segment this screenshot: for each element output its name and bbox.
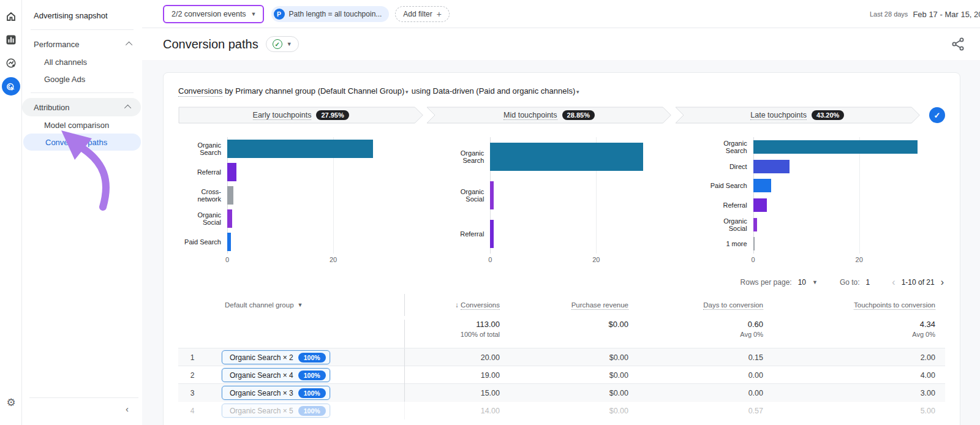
chart-bar[interactable] — [227, 140, 373, 158]
table-body: 1Organic Search × 2100%20.00$0.000.152.0… — [178, 348, 945, 419]
add-filter-button[interactable]: Add filter + — [395, 6, 450, 22]
sidebar-section-performance[interactable]: Performance — [22, 35, 142, 53]
dimension-column-header[interactable]: Default channel group ▼ — [206, 294, 405, 316]
row-number: 4 — [178, 407, 206, 415]
axis-tick-label: 20 — [592, 256, 600, 263]
revenue-value: $0.00 — [500, 389, 628, 397]
conversions-column-header[interactable]: ↓ Conversions — [405, 301, 500, 309]
sidebar-item-label: Advertising snapshot — [34, 11, 108, 20]
table-row[interactable]: 4Organic Search × 5100%14.00$0.000.575.0… — [178, 401, 945, 419]
table-pagination: Rows per page: 10 ▼ Go to: 1 ‹ 1-10 of 2… — [178, 277, 945, 288]
stage-percentage-badge: 28.85% — [562, 110, 595, 120]
table-row[interactable]: 3Organic Search × 3100%15.00$0.000.003.0… — [178, 383, 945, 401]
explore-icon[interactable] — [2, 54, 20, 72]
chart-bar[interactable] — [753, 218, 757, 231]
table-row[interactable]: 2Organic Search × 4100%19.00$0.000.004.0… — [178, 366, 945, 383]
revenue-column-header[interactable]: Purchase revenue — [500, 301, 628, 309]
settings-gear-icon[interactable]: ⚙ — [0, 396, 22, 409]
home-icon[interactable] — [2, 7, 20, 26]
sidebar-section-label: Performance — [34, 40, 79, 49]
chevron-down-icon: ▼ — [404, 89, 409, 95]
channel-path-chip[interactable]: Organic Search × 2100% — [222, 350, 330, 364]
path-filter-p-icon: P — [274, 9, 285, 20]
dimension-dropdown[interactable]: Primary channel group (Default Channel G… — [235, 86, 404, 96]
chart-bar[interactable] — [490, 143, 643, 171]
path-cell: Organic Search × 4100% — [206, 366, 405, 384]
chevron-down-icon: ▼ — [287, 41, 292, 47]
sidebar-divider — [31, 92, 134, 93]
reports-icon[interactable] — [2, 31, 20, 49]
channel-path-chip[interactable]: Organic Search × 3100% — [222, 386, 330, 400]
chart-row: Direct — [704, 157, 945, 176]
chart-row: Paid Search — [704, 176, 945, 195]
collapse-sidebar-icon[interactable]: ‹ — [126, 404, 129, 414]
stage-mid-touchpoints[interactable]: Mid touchpoints 28.85% — [426, 107, 671, 124]
total-touchpoints: 4.34 Avg 0% — [763, 320, 945, 338]
static-text: using — [412, 86, 431, 96]
chart-category-label: Referral — [704, 201, 753, 209]
table-header-row: Default channel group ▼ ↓ Conversions Pu… — [178, 294, 945, 316]
chart-category-label: Paid Search — [178, 238, 227, 246]
chart-category-label: Referral — [178, 168, 227, 176]
dimension-settings-line: Conversions by Primary channel group (De… — [178, 86, 945, 96]
goto-page-input[interactable]: 1 — [866, 278, 870, 287]
conversion-events-label: 2/2 conversion events — [172, 10, 246, 18]
stages-selected-check-icon[interactable]: ✓ — [929, 107, 945, 123]
chart-row: Organic Social — [704, 215, 945, 235]
attribution-model-dropdown[interactable]: Data-driven (Paid and organic channels) — [433, 86, 576, 96]
sidebar-item-model-comparison[interactable]: Model comparison — [22, 116, 142, 134]
conversion-events-dropdown[interactable]: 2/2 conversion events ▼ — [163, 5, 264, 23]
channel-path-chip[interactable]: Organic Search × 4100% — [222, 368, 330, 382]
chart-bar[interactable] — [753, 140, 918, 154]
chart-bar[interactable] — [490, 181, 493, 209]
chart-bar[interactable] — [227, 209, 232, 228]
touchpoints-column-header[interactable]: Touchpoints to conversion — [763, 301, 945, 309]
rows-per-page-dropdown[interactable]: 10 — [798, 278, 806, 287]
report-status-dropdown[interactable]: ✓ ▼ — [266, 36, 299, 52]
path-percent-pill: 100% — [298, 370, 326, 380]
path-percent-pill: 100% — [298, 353, 326, 363]
conversions-value: 14.00 — [405, 407, 500, 415]
chart-bar[interactable] — [753, 179, 771, 192]
path-length-filter-chip[interactable]: P Path length = all touchpoin... — [271, 6, 390, 22]
sidebar-divider — [31, 29, 134, 30]
content-area: Conversions by Primary channel group (De… — [142, 60, 980, 425]
rows-per-page-label: Rows per page: — [741, 278, 792, 287]
stage-label: Late touchpoints — [750, 111, 807, 120]
conversions-value: 15.00 — [405, 389, 500, 397]
revenue-value: $0.00 — [500, 353, 628, 362]
chart-x-axis: 020 — [178, 256, 419, 268]
conversion-paths-table: Default channel group ▼ ↓ Conversions Pu… — [178, 294, 945, 419]
path-cell: Organic Search × 5100% — [206, 402, 405, 419]
chart-bar[interactable] — [227, 163, 236, 181]
touchpoints-value: 3.00 — [763, 389, 945, 397]
advertising-sidebar: Advertising snapshot Performance All cha… — [22, 0, 142, 425]
channel-path-chip[interactable]: Organic Search × 5100% — [222, 404, 330, 418]
chart-bar[interactable] — [227, 233, 231, 251]
path-cell: Organic Search × 2100% — [206, 348, 405, 366]
days-column-header[interactable]: Days to conversion — [628, 301, 763, 309]
table-row[interactable]: 1Organic Search × 2100%20.00$0.000.152.0… — [178, 348, 945, 366]
sidebar-item-conversion-paths[interactable]: Conversion paths — [23, 134, 141, 151]
sidebar-item-google-ads[interactable]: Google Ads — [22, 70, 142, 88]
metric-label[interactable]: Conversions — [178, 86, 222, 97]
chart-bar[interactable] — [753, 237, 755, 250]
next-page-icon[interactable]: › — [941, 277, 944, 288]
advertising-icon[interactable] — [2, 77, 20, 96]
sidebar-divider — [29, 397, 138, 398]
chevron-up-icon — [124, 105, 131, 111]
chart-bar[interactable] — [753, 198, 767, 212]
sidebar-section-attribution[interactable]: Attribution — [22, 98, 141, 116]
sidebar-item-advertising-snapshot[interactable]: Advertising snapshot — [22, 6, 142, 24]
path-label: Organic Search × 2 — [230, 353, 293, 362]
chart-bar[interactable] — [753, 160, 790, 173]
prev-page-icon[interactable]: ‹ — [892, 277, 895, 288]
stage-late-touchpoints[interactable]: Late touchpoints 43.20% — [675, 107, 920, 124]
date-range-picker[interactable]: Last 28 days Feb 17 - Mar 15, 2025 — [870, 0, 980, 28]
filter-bar: 2/2 conversion events ▼ P Path length = … — [142, 0, 980, 28]
sidebar-item-all-channels[interactable]: All channels — [22, 53, 142, 70]
share-icon[interactable] — [951, 37, 965, 54]
stage-early-touchpoints[interactable]: Early touchpoints 27.95% — [178, 107, 423, 124]
chart-bar[interactable] — [227, 186, 233, 205]
chart-bar[interactable] — [490, 220, 494, 248]
